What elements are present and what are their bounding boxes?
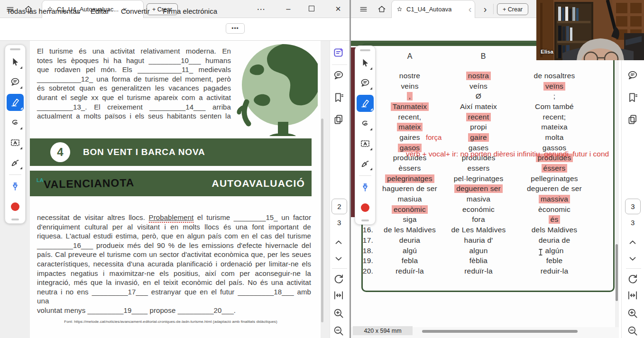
page-thumbnails-icon[interactable] <box>626 113 639 126</box>
menu-todas-herramientas[interactable]: Todas las herramientas <box>7 7 80 15</box>
highlight-tool-icon[interactable] <box>7 94 24 111</box>
answer-c[interactable]: de nosaltres <box>532 72 577 80</box>
more-options-icon[interactable]: ⋯ <box>255 4 267 14</box>
record-tool-icon[interactable] <box>7 199 23 215</box>
draw-tool-icon[interactable] <box>7 115 23 131</box>
zoom-out-icon[interactable] <box>626 325 639 337</box>
answer-b[interactable]: económic <box>460 205 497 214</box>
answer-a[interactable]: econòmic <box>392 205 428 214</box>
answer-b[interactable]: Ø <box>474 92 483 100</box>
comment-tool-icon[interactable] <box>7 74 23 90</box>
fit-width-icon[interactable] <box>626 289 639 301</box>
answer-a[interactable]: gaires <box>397 133 422 142</box>
answer-b[interactable]: recent <box>466 113 491 121</box>
answer-b[interactable]: nostra <box>466 72 491 80</box>
draw-tool-icon[interactable] <box>357 116 373 132</box>
menu-editar[interactable]: Editar <box>91 7 109 15</box>
previous-page-icon[interactable] <box>332 236 345 248</box>
right-doc-hscrollbar-thumb[interactable] <box>422 330 578 333</box>
comments-panel-icon[interactable] <box>626 69 639 82</box>
left-doc-scrollbar[interactable] <box>321 119 323 322</box>
next-page-icon[interactable] <box>332 253 345 265</box>
next-page-icon[interactable] <box>626 253 639 265</box>
home-icon[interactable] <box>377 4 386 14</box>
row-number[interactable]: 18. <box>361 247 375 255</box>
answer-c[interactable]: algún <box>543 247 566 255</box>
right-doc-vscrollbar-thumb[interactable] <box>616 244 618 301</box>
answer-a[interactable]: deuria <box>397 236 422 245</box>
answer-a[interactable]: de les Maldives <box>382 226 438 234</box>
bookmarks-panel-icon[interactable] <box>332 91 345 104</box>
text-select-tool-icon[interactable] <box>7 135 23 151</box>
webcam-video[interactable]: Elisa <box>536 0 644 60</box>
previous-page-icon[interactable] <box>626 236 639 248</box>
answer-c[interactable]: molta <box>543 133 566 142</box>
answer-c[interactable]: degueren de ser <box>525 184 584 193</box>
select-tool-icon[interactable] <box>357 55 373 71</box>
minimize-button[interactable]: – <box>283 4 294 14</box>
answer-a[interactable]: mateix <box>397 123 423 131</box>
page-thumbnails-icon[interactable] <box>332 113 345 126</box>
answer-c[interactable]: Com també <box>533 102 576 111</box>
text-select-tool-icon[interactable] <box>357 136 373 152</box>
palette-drag-handle-bottom[interactable] <box>11 219 19 220</box>
close-button[interactable]: ✕ <box>332 4 344 14</box>
menu-convertir[interactable]: Convertir <box>121 7 150 15</box>
answer-b[interactable]: de Les Maldives <box>449 226 507 234</box>
nav-back-icon[interactable]: ‹ <box>465 4 475 14</box>
comments-panel-icon[interactable] <box>332 69 345 82</box>
fit-width-icon[interactable] <box>332 289 345 301</box>
zoom-out-icon[interactable] <box>332 325 345 337</box>
answer-b[interactable]: masiva <box>465 195 492 203</box>
answer-c[interactable]: éssers <box>542 164 568 173</box>
answer-b[interactable]: gaire <box>468 133 488 142</box>
zoom-in-icon[interactable] <box>626 307 639 320</box>
nav-forward-icon[interactable]: › <box>480 4 490 14</box>
comment-tool-icon[interactable] <box>357 75 373 91</box>
rotate-page-icon[interactable] <box>332 273 345 285</box>
star-icon[interactable] <box>396 6 403 13</box>
answer-c[interactable]: veïns <box>543 82 565 91</box>
answer-c[interactable]: feble <box>544 256 565 265</box>
answer-a[interactable]: algú <box>401 247 419 255</box>
select-tool-icon[interactable] <box>7 54 23 70</box>
answer-a[interactable]: veins <box>399 82 420 91</box>
bookmarks-panel-icon[interactable] <box>626 91 639 104</box>
answer-c[interactable]: reduir-la <box>539 267 570 275</box>
answer-c[interactable]: èconomic <box>536 205 572 214</box>
fill-sign-tool-icon[interactable] <box>357 155 373 172</box>
page-number-input[interactable]: 2 <box>331 199 347 214</box>
answer-a[interactable]: masiua <box>396 195 423 203</box>
rotate-page-icon[interactable] <box>626 273 639 285</box>
highlight-tool-icon[interactable] <box>357 95 374 112</box>
answer-b[interactable]: essers <box>466 164 492 173</box>
answer-a[interactable]: , <box>407 92 413 100</box>
answer-a[interactable]: pelegrinatges <box>385 174 434 183</box>
answer-b[interactable]: fora <box>470 215 487 224</box>
answer-c[interactable]: deuria de <box>537 236 572 245</box>
maximize-button[interactable] <box>309 6 314 11</box>
answer-b[interactable]: fèblia <box>468 256 489 265</box>
answer-a[interactable]: reduír-la <box>394 267 426 275</box>
answer-b[interactable]: degueren ser <box>454 184 503 193</box>
answer-c[interactable]: pellegrinatges <box>529 174 580 183</box>
answer-b[interactable]: reduïr-la <box>462 267 495 275</box>
answer-c[interactable]: massiva <box>539 195 570 203</box>
fill-sign-tool-icon[interactable] <box>7 155 23 171</box>
answer-c[interactable]: recent; <box>541 113 568 121</box>
answer-b[interactable]: propi <box>468 123 488 131</box>
row-number[interactable]: 19. <box>361 256 375 265</box>
answer-b[interactable]: Així mateix <box>458 102 499 111</box>
ai-assistant-icon[interactable] <box>332 46 345 59</box>
palette-drag-handle[interactable] <box>360 49 370 51</box>
page-number-input[interactable]: 3 <box>625 199 641 214</box>
palette-drag-handle[interactable] <box>10 48 20 50</box>
answer-c[interactable]: és <box>549 215 561 224</box>
answer-a[interactable]: èssers <box>397 164 423 173</box>
crear-button[interactable]: + Crear <box>497 3 528 15</box>
answer-c[interactable]: ; <box>552 92 558 100</box>
document-tab[interactable]: C1_U4_Autoava <box>391 0 475 18</box>
answer-a[interactable]: febla <box>400 256 420 265</box>
answer-a[interactable]: nostre <box>397 72 422 80</box>
record-tool-icon[interactable] <box>357 200 373 216</box>
